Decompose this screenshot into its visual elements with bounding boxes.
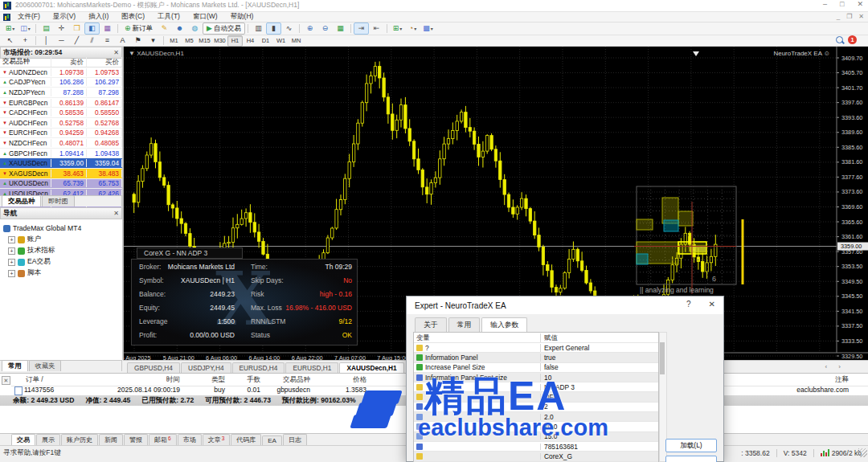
templates-button[interactable]: ▩▾ — [420, 22, 436, 35]
auto-scroll-icon[interactable]: ⇥ — [354, 22, 369, 35]
expand-icon[interactable]: + — [8, 236, 15, 243]
symbol-row[interactable]: ▲GBPCHFecn1.094141.09438 — [0, 149, 122, 159]
market-watch-close-icon[interactable]: ✕ — [113, 49, 119, 56]
terminal-tab-代码库[interactable]: 代码库 — [231, 434, 261, 445]
parameter-row[interactable]: 2 — [414, 403, 658, 412]
line-chart-icon[interactable]: ∿ — [281, 22, 297, 35]
symbol-row[interactable]: ▼EURCHFecn0.942590.94268 — [0, 129, 122, 139]
chart-tab-eurusdh1[interactable]: EURUSD,H1 — [285, 362, 338, 373]
terminal-tab-邮箱[interactable]: 邮箱6 — [149, 434, 177, 445]
navigator-tab-常用[interactable]: 常用 — [2, 360, 28, 371]
channel-tool[interactable]: ⫽ — [84, 35, 100, 47]
chart-window-icon[interactable]: ▤ — [39, 22, 54, 35]
navigator-tab-收藏夹[interactable]: 收藏夹 — [29, 360, 62, 371]
timeframe-h4[interactable]: H4 — [243, 35, 258, 47]
menu-item-f[interactable]: 文件(F) — [12, 11, 46, 22]
candle-chart-icon[interactable]: ▮ — [266, 22, 281, 35]
menu-item-v[interactable]: 显示(V) — [47, 11, 81, 22]
navigator-item-scripts[interactable]: +脚本 — [3, 268, 122, 279]
parameter-row[interactable]: Information Panel Font size10 — [414, 373, 658, 382]
parameter-row[interactable]: 785163681 — [414, 442, 658, 452]
timeframe-m5[interactable]: M5 — [182, 35, 197, 47]
data-window-toggle[interactable]: ▦ — [100, 22, 115, 35]
expand-icon[interactable]: + — [8, 259, 15, 266]
chart-shift-icon[interactable]: ⇤ — [369, 22, 384, 35]
terminal-tab-警报[interactable]: 警报 — [124, 434, 148, 445]
parameter-row[interactable]: Increase Panel Sizefalse — [414, 363, 658, 373]
parameter-row[interactable]: 20.0 — [414, 422, 658, 431]
text-tool[interactable]: A — [115, 35, 130, 47]
zoom-out-icon[interactable]: ⊖ — [317, 22, 333, 35]
load-button[interactable]: 加载(L) — [665, 439, 717, 452]
symbol-row[interactable]: ▲XAUUSDecn3359.003359.04 — [0, 158, 122, 169]
navigator-close-icon[interactable]: ✕ — [113, 210, 119, 217]
terminal-tab-新闻[interactable]: 新闻 — [99, 434, 123, 445]
navigator-item-indicators[interactable]: +技术指标 — [3, 245, 122, 256]
symbol-row[interactable]: ▼XAGUSDecn38.46338.483 — [0, 169, 122, 179]
crosshair-tool[interactable]: + — [18, 35, 33, 47]
window-minimize-button[interactable]: – — [823, 0, 827, 8]
expand-icon[interactable]: + — [8, 247, 15, 255]
menu-item-h[interactable]: 帮助(H) — [225, 11, 260, 22]
search-icon[interactable] — [836, 36, 843, 43]
timeframe-h1[interactable]: H1 — [227, 35, 243, 47]
chart-tab-xauusdecnh1[interactable]: XAUUSDecn,H1 — [339, 362, 403, 373]
symbol-row[interactable]: ▲UKOUSDecn65.73965.753 — [0, 179, 122, 190]
terminal-tab-EA[interactable]: EA — [262, 435, 282, 445]
terminal-tab-展示[interactable]: 展示 — [36, 434, 60, 445]
expert-advisor-icon[interactable]: ☻ — [172, 22, 187, 35]
market-watch-tab-交易品种[interactable]: 交易品种 — [2, 195, 41, 206]
parameter-row[interactable]: ?Expert General — [414, 343, 658, 353]
timeframe-mn[interactable]: MN — [289, 35, 304, 47]
trendline-tool[interactable]: ╱ — [69, 35, 84, 47]
notification-badge[interactable]: 1 — [848, 35, 857, 44]
parameter-row[interactable]: CoreX_G — [414, 452, 658, 461]
vline-tool[interactable]: │ — [39, 35, 54, 47]
child-minimize-button[interactable]: _ — [837, 13, 840, 20]
terminal-close-icon[interactable]: ✕ — [2, 376, 10, 385]
symbol-row[interactable]: ▼NZDCHFecn0.480710.48085 — [0, 138, 122, 149]
cursor-tool[interactable]: ↖ — [2, 35, 18, 47]
parameter-row[interactable]: 15.0 — [414, 432, 658, 442]
dialog-close-button[interactable]: ✕ — [709, 300, 715, 309]
save-button[interactable] — [665, 456, 717, 462]
menu-item-i[interactable]: 插入(I) — [83, 11, 114, 22]
symbol-row[interactable]: ▼CADCHFecn0.585360.58550 — [0, 108, 122, 118]
parameter-row[interactable]: Information Paneltrue — [414, 353, 658, 362]
chart-tab-gbpusdh4[interactable]: GBPUSD,H4 — [127, 362, 180, 373]
terminal-tab-日志[interactable]: 日志 — [283, 434, 307, 445]
symbol-row[interactable]: ▲CADJPYecn106.286106.297 — [0, 78, 122, 88]
timeframe-m15[interactable]: M15 — [197, 35, 212, 47]
indicators-button[interactable]: ⊞▾ — [390, 22, 405, 35]
timeframe-d1[interactable]: D1 — [258, 35, 273, 47]
parameter-row[interactable]: OFF — [414, 392, 658, 402]
window-maximize-button[interactable]: □ — [840, 0, 844, 8]
hline-tool[interactable]: ─ — [54, 35, 69, 47]
mql-editor-icon[interactable]: ✎ — [157, 22, 172, 35]
market-watch-toggle[interactable]: ◧ — [84, 22, 100, 35]
dialog-tab-输入参数[interactable]: 输入参数 — [481, 317, 527, 333]
menu-item-t[interactable]: 工具(T) — [152, 11, 186, 22]
crosshair-target-icon[interactable]: ✛ — [54, 22, 69, 35]
terminal-tab-文章[interactable]: 文章3 — [203, 434, 231, 445]
chart-tab-usdjpyh4[interactable]: USDJPY,H4 — [181, 362, 231, 373]
symbol-row[interactable]: ▼EURGBPecn0.861390.86147 — [0, 98, 122, 108]
terminal-tab-交易[interactable]: 交易 — [11, 434, 35, 445]
navigator-item-accounts[interactable]: +账户 — [3, 234, 122, 245]
symbol-row[interactable]: ▲NZDJPYecn87.28887.298 — [0, 88, 122, 98]
periods-button[interactable]: ◔▾ — [405, 22, 420, 35]
navigator-root[interactable]: TradeMax Global MT4 — [3, 223, 122, 234]
fibonacci-tool[interactable]: ≡ — [100, 35, 115, 47]
zoom-in-icon[interactable]: ⊕ — [302, 22, 317, 35]
navigator-item-experts[interactable]: +EA交易 — [3, 256, 122, 268]
chart-tab-eurusdh4[interactable]: EURUSD,H4 — [232, 362, 285, 373]
dialog-tab-常用[interactable]: 常用 — [448, 317, 481, 333]
child-restore-button[interactable]: ❐ — [846, 13, 852, 20]
shapes-dropdown[interactable]: ▾ — [145, 35, 161, 47]
bar-chart-icon[interactable]: ▥ — [251, 22, 266, 35]
child-close-button[interactable]: ✕ — [858, 13, 864, 20]
menu-item-c[interactable]: 图表(C) — [116, 11, 150, 22]
profiles-button[interactable]: ◫▾ — [18, 22, 33, 35]
market-watch-tab-即时图[interactable]: 即时图 — [42, 195, 75, 206]
timeframe-m1[interactable]: M1 — [166, 35, 182, 47]
